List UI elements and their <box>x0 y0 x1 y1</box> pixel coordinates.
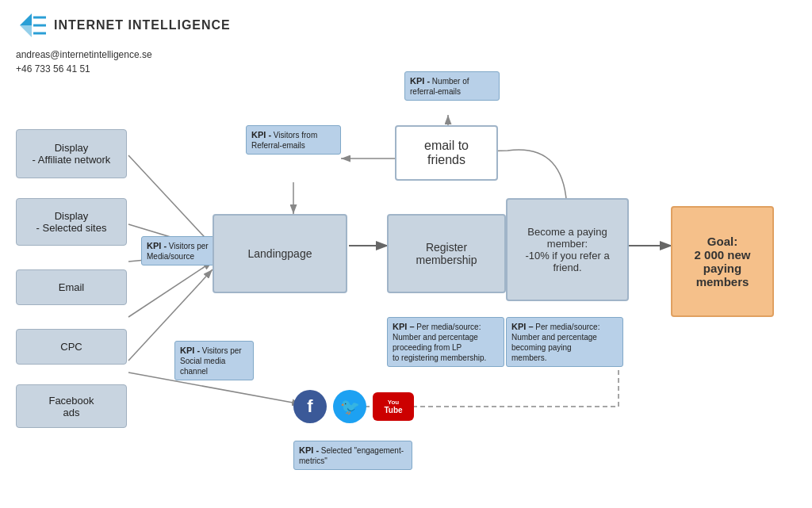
kpi-per-media-paying: KPI – Per media/source: Number and perce… <box>506 317 623 367</box>
svg-marker-16 <box>20 13 32 25</box>
facebook-icon: f <box>293 390 327 423</box>
source-email: Email <box>16 269 127 305</box>
kpi-referral-emails: KPI - Number of referral-emails <box>404 71 500 101</box>
svg-line-5 <box>128 262 213 317</box>
svg-line-2 <box>128 155 213 246</box>
logo-text: INTERNET INTELLIGENCE <box>54 18 231 32</box>
social-icons-area: f 🐦 You Tube <box>293 390 414 423</box>
kpi-engagement: KPI - Selected "engagement- metrics" <box>293 441 412 470</box>
kpi-visitors-referral: KPI - Visitors from Referral-emails <box>246 125 341 155</box>
source-facebook-ads: Facebook ads <box>16 384 127 428</box>
contact-email: andreas@internetintelligence.se <box>16 48 152 62</box>
goal-box: Goal: 2 000 new paying members <box>671 206 774 317</box>
kpi-per-media-register: KPI – Per media/source: Number and perce… <box>387 317 504 367</box>
youtube-icon: You Tube <box>373 392 414 421</box>
contact-phone: +46 733 56 41 51 <box>16 62 152 76</box>
kpi-visitors-social: KPI - Visitors per Social media channel <box>174 341 254 380</box>
twitter-icon: 🐦 <box>333 390 366 423</box>
become-paying-box: Become a paying member: -10% if you refe… <box>506 198 629 301</box>
landingpage-box: Landingpage <box>213 214 347 293</box>
logo-icon <box>16 10 48 41</box>
source-cpc: CPC <box>16 329 127 365</box>
source-display-selected: Display - Selected sites <box>16 198 127 246</box>
page-container: INTERNET INTELLIGENCE andreas@internetin… <box>0 0 812 508</box>
register-membership-box: Register membership <box>387 214 506 293</box>
contact-info: andreas@internetintelligence.se +46 733 … <box>16 48 152 76</box>
email-to-friends: email to friends <box>395 125 498 181</box>
svg-marker-17 <box>20 25 32 37</box>
source-display-affiliate: Display - Affiliate network <box>16 129 127 178</box>
kpi-visitors-media: KPI - Visitors per Media/source <box>141 236 216 265</box>
logo-area: INTERNET INTELLIGENCE <box>16 10 231 41</box>
